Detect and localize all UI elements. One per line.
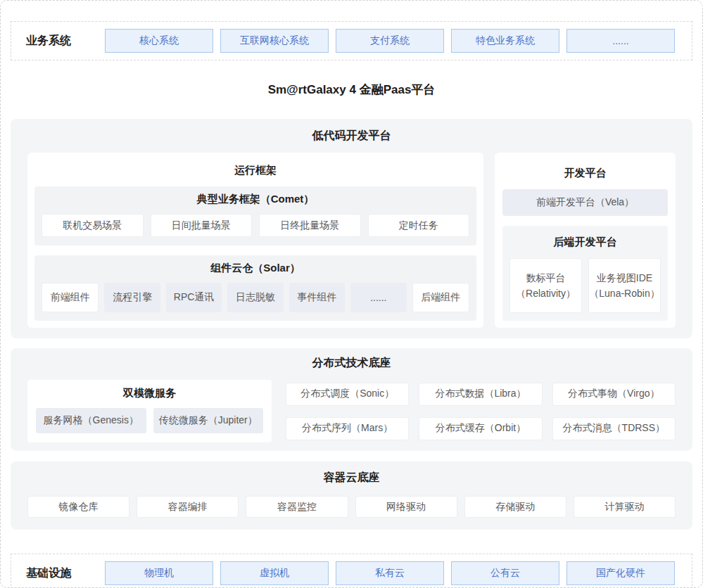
data-standard-platform-code: （Relativity）	[516, 286, 576, 301]
business-view-ide-luna-robin: 业务视图IDE （Luna-Robin）	[588, 258, 661, 313]
service-mesh-genesis: 服务网格（Genesis）	[36, 408, 146, 433]
runtime-framework-title: 运行框架	[34, 159, 476, 186]
low-code-platform-title: 低代码开发平台	[27, 129, 676, 143]
data-standard-platform-name: 数标平台	[526, 270, 566, 286]
distributed-transaction-virgo: 分布式事物（Virgo）	[552, 383, 676, 406]
business-systems-button-row: 核心系统 互联网核心系统 支付系统 特色业务系统 ......	[105, 29, 675, 53]
solar-backend-component: 后端组件	[412, 283, 469, 312]
infrastructure-button-row: 物理机 虚拟机 私有云 公有云 国产化硬件	[105, 561, 675, 585]
solar-chip-log-masking: 日志脱敏	[227, 283, 283, 312]
solar-chip-more: ......	[350, 283, 406, 312]
comet-item-online-trading: 联机交易场景	[42, 214, 144, 237]
comet-framework-title: 典型业务框架（Comet）	[42, 193, 469, 206]
solar-chip-rpc: RPC通讯	[166, 283, 222, 312]
low-code-platform-panel: 低代码开发平台 运行框架 典型业务框架（Comet） 联机交易场景 日间批量场景…	[11, 119, 692, 338]
solar-chip-event-component: 事件组件	[289, 283, 345, 312]
distributed-scheduling-sonic: 分布式调度（Sonic）	[286, 383, 409, 406]
button-more-systems[interactable]: ......	[566, 29, 675, 53]
page-title: Sm@rtGalaxy 4 金融Paas平台	[1, 82, 702, 98]
backend-dev-platform-group: 后端开发平台 数标平台 （Relativity） 业务视图IDE （Luna-R…	[502, 226, 668, 321]
runtime-framework-card: 运行框架 典型业务框架（Comet） 联机交易场景 日间批量场景 日终批量场景 …	[27, 153, 483, 328]
dual-mode-microservice-card: 双模微服务 服务网格（Genesis） 传统微服务（Jupiter）	[27, 380, 272, 442]
infrastructure-label: 基础设施	[26, 566, 87, 581]
comet-item-endofday-batch: 日终批量场景	[259, 214, 361, 237]
button-internet-core-system[interactable]: 互联网核心系统	[220, 29, 329, 53]
solar-chip-process-engine: 流程引擎	[104, 283, 160, 312]
button-physical-machine[interactable]: 物理机	[105, 561, 213, 585]
traditional-microservice-jupiter: 传统微服务（Jupiter）	[153, 408, 264, 433]
low-code-platform-body: 运行框架 典型业务框架（Comet） 联机交易场景 日间批量场景 日终批量场景 …	[27, 153, 676, 328]
data-standard-platform-relativity: 数标平台 （Relativity）	[509, 258, 582, 313]
comet-item-daytime-batch: 日间批量场景	[151, 214, 253, 237]
container-monitoring: 容器监控	[246, 496, 348, 518]
distributed-base-panel: 分布式技术底座 双模微服务 服务网格（Genesis） 传统微服务（Jupite…	[11, 348, 692, 451]
dual-mode-chips-row: 服务网格（Genesis） 传统微服务（Jupiter）	[36, 408, 263, 433]
distributed-cache-orbit: 分布式缓存（Orbit）	[419, 417, 542, 440]
business-view-ide-code: （Luna-Robin）	[589, 286, 659, 301]
button-domestic-hardware[interactable]: 国产化硬件	[566, 561, 675, 585]
solar-items-row: 前端组件 流程引擎 RPC通讯 日志脱敏 事件组件 ...... 后端组件	[42, 283, 469, 312]
distributed-services-grid: 分布式调度（Sonic） 分布式数据（Libra） 分布式事物（Virgo） 分…	[286, 380, 676, 442]
comet-items-row: 联机交易场景 日间批量场景 日终批量场景 定时任务	[42, 214, 469, 237]
frontend-dev-platform-vela: 前端开发平台（Vela）	[502, 189, 668, 216]
container-cloud-items-row: 镜像仓库 容器编排 容器监控 网络驱动 存储驱动 计算驱动	[27, 496, 676, 518]
distributed-message-tdrss: 分布式消息（TDRSS）	[552, 417, 676, 440]
architecture-diagram: 业务系统 核心系统 互联网核心系统 支付系统 特色业务系统 ...... Sm@…	[0, 0, 703, 588]
dual-mode-microservice-title: 双模微服务	[36, 384, 263, 408]
button-payment-system[interactable]: 支付系统	[336, 29, 444, 53]
distributed-base-title: 分布式技术底座	[27, 356, 676, 371]
backend-dev-platform-row: 数标平台 （Relativity） 业务视图IDE （Luna-Robin）	[509, 258, 661, 313]
infrastructure-strip: 基础设施 物理机 虚拟机 私有云 公有云 国产化硬件	[11, 554, 692, 588]
business-systems-strip: 业务系统 核心系统 互联网核心系统 支付系统 特色业务系统 ......	[11, 21, 692, 60]
dev-platform-card: 开发平台 前端开发平台（Vela） 后端开发平台 数标平台 （Relativit…	[495, 153, 676, 328]
solar-component-group: 组件云仓（Solar） 前端组件 流程引擎 RPC通讯 日志脱敏 事件组件 ..…	[34, 255, 476, 321]
comet-item-scheduled-task: 定时任务	[368, 214, 470, 237]
button-core-system[interactable]: 核心系统	[105, 29, 213, 53]
distributed-base-body: 双模微服务 服务网格（Genesis） 传统微服务（Jupiter） 分布式调度…	[27, 380, 676, 442]
backend-dev-platform-title: 后端开发平台	[509, 232, 661, 258]
button-virtual-machine[interactable]: 虚拟机	[220, 561, 329, 585]
container-cloud-title: 容器云底座	[27, 471, 676, 485]
network-driver: 网络驱动	[355, 496, 457, 518]
button-private-cloud[interactable]: 私有云	[336, 561, 444, 585]
container-orchestration: 容器编排	[137, 496, 239, 518]
button-public-cloud[interactable]: 公有云	[451, 561, 559, 585]
comet-framework-group: 典型业务框架（Comet） 联机交易场景 日间批量场景 日终批量场景 定时任务	[34, 186, 476, 245]
solar-component-title: 组件云仓（Solar）	[42, 262, 469, 275]
button-special-business-system[interactable]: 特色业务系统	[451, 29, 559, 53]
solar-frontend-component: 前端组件	[42, 283, 99, 312]
distributed-data-libra: 分布式数据（Libra）	[419, 383, 542, 406]
dev-platform-title: 开发平台	[502, 160, 668, 189]
compute-driver: 计算驱动	[574, 496, 676, 518]
image-registry: 镜像仓库	[27, 496, 129, 518]
business-systems-label: 业务系统	[26, 34, 87, 49]
business-view-ide-name: 业务视图IDE	[597, 270, 652, 286]
storage-driver: 存储驱动	[464, 496, 566, 518]
container-cloud-panel: 容器云底座 镜像仓库 容器编排 容器监控 网络驱动 存储驱动 计算驱动	[11, 461, 692, 530]
distributed-sequence-mars: 分布式序列（Mars）	[286, 417, 409, 440]
